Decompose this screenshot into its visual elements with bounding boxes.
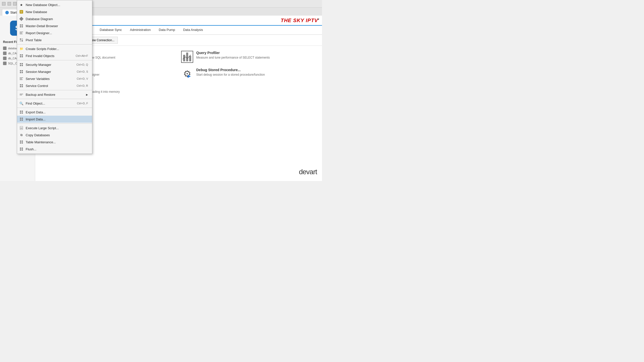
file-icon-0: [3, 47, 7, 50]
session-manager-shortcut: Ctrl+D, S: [72, 70, 88, 73]
database-diagram-icon: [19, 17, 24, 21]
execute-large-script-icon: [19, 126, 24, 130]
menu-item-execute-large-script-label: Execute Large Script...: [26, 126, 88, 130]
menu-item-server-variables-label: Server Variables: [26, 77, 70, 81]
separator-4: [17, 99, 92, 99]
close-button[interactable]: [13, 2, 17, 6]
nav-tab-database-sync[interactable]: Database Sync: [96, 26, 126, 34]
devart-logo: devart: [299, 168, 317, 176]
restore-button[interactable]: [8, 2, 11, 6]
menu-item-new-database[interactable]: D New Database: [17, 8, 92, 15]
menu-item-flush[interactable]: Flush...: [17, 146, 92, 153]
menu-item-table-maintenance[interactable]: Table Maintenance...: [17, 139, 92, 146]
security-manager-icon: [19, 62, 24, 67]
menu-item-execute-large-script[interactable]: Execute Large Script...: [17, 124, 92, 131]
debug-stored-title: Debug Stored Procedure...: [196, 68, 265, 72]
file-icon-3: [3, 62, 7, 65]
query-profiler-title: Query Profiler: [196, 51, 270, 55]
service-control-shortcut: Ctrl+D, R: [71, 84, 88, 87]
menu-item-master-detail-browser[interactable]: Master-Detail Browser: [17, 22, 92, 29]
menu-item-import-data-label: Import Data...: [26, 117, 88, 121]
menu-item-find-invalid-objects-label: Find Invalid Objects: [26, 54, 68, 58]
table-maintenance-icon: [19, 140, 24, 144]
separator-2: [17, 60, 92, 60]
menu-item-table-maintenance-label: Table Maintenance...: [26, 140, 88, 144]
menu-item-copy-databases-label: Copy Databases: [26, 133, 88, 137]
pivot-table-icon: [19, 38, 24, 42]
context-menu: ★ New Database Object... D New Database …: [17, 0, 92, 154]
menu-item-new-database-object[interactable]: ★ New Database Object...: [17, 1, 92, 8]
menu-item-master-detail-label: Master-Detail Browser: [26, 24, 88, 28]
menu-item-report-designer-label: Report Designer...: [26, 31, 88, 35]
menu-item-database-diagram-label: Database Diagram: [26, 17, 88, 21]
import-data-icon: [19, 117, 24, 121]
menu-item-new-database-object-label: New Database Object...: [26, 3, 88, 7]
menu-item-pivot-table-label: Pivot Table: [26, 38, 88, 42]
menu-item-security-manager[interactable]: Security Manager Ctrl+D, Q: [17, 61, 92, 68]
nav-tab-administration[interactable]: Administration: [126, 26, 155, 34]
menu-item-session-manager[interactable]: Session Manager Ctrl+D, S: [17, 68, 92, 75]
query-profiler-item[interactable]: Query Profiler Measure and tune performa…: [181, 51, 317, 63]
server-variables-shortcut: Ctrl+D, V: [72, 77, 88, 80]
menu-item-server-variables[interactable]: Server Variables Ctrl+D, V: [17, 75, 92, 82]
find-invalid-objects-icon: [19, 54, 24, 58]
debug-stored-icon: ⚙ ▶: [181, 68, 193, 80]
server-variables-icon: [19, 76, 24, 81]
master-detail-browser-icon: [19, 24, 24, 28]
menu-item-backup-restore[interactable]: Backup and Restore ▶: [17, 91, 92, 98]
security-manager-shortcut: Ctrl+D, Q: [71, 63, 88, 66]
menu-item-new-database-label: New Database: [26, 10, 88, 14]
session-manager-icon: [19, 69, 24, 74]
nav-tab-data-analysis[interactable]: Data Analysis: [179, 26, 207, 34]
separator-3: [17, 90, 92, 90]
menu-item-service-control[interactable]: Service Control Ctrl+D, R: [17, 82, 92, 89]
menu-item-import-data[interactable]: Import Data...: [17, 116, 92, 123]
separator-5: [17, 108, 92, 108]
separator-1: [17, 44, 92, 44]
backup-restore-icon: [19, 92, 24, 97]
header-dropdown[interactable]: ▼: [316, 17, 320, 21]
menu-item-session-manager-label: Session Manager: [26, 70, 70, 74]
copy-databases-icon: ⧉: [19, 133, 24, 137]
find-object-shortcut: Ctrl+D, F: [72, 102, 88, 105]
menu-item-create-scripts-folder-label: Create Scripts Folder...: [26, 47, 88, 51]
menu-item-create-scripts-folder[interactable]: 📁 Create Scripts Folder...: [17, 45, 92, 52]
nav-tab-data-pump[interactable]: Data Pump: [155, 26, 179, 34]
new-database-object-icon: ★: [19, 3, 24, 7]
tab-icon: [5, 11, 9, 14]
flush-icon: [19, 147, 24, 151]
menu-item-copy-databases[interactable]: ⧉ Copy Databases: [17, 131, 92, 139]
report-designer-icon: [19, 31, 24, 35]
minimize-button[interactable]: [2, 2, 6, 6]
menu-item-report-designer[interactable]: Report Designer...: [17, 29, 92, 36]
menu-item-pivot-table[interactable]: Pivot Table: [17, 36, 92, 43]
export-data-icon: [19, 110, 24, 114]
create-scripts-folder-icon: 📁: [19, 47, 24, 51]
menu-item-export-data-label: Export Data...: [26, 110, 88, 114]
backup-restore-arrow: ▶: [86, 93, 88, 96]
debug-stored-item[interactable]: ⚙ ▶ Debug Stored Procedure... Start debu…: [181, 68, 317, 80]
menu-item-find-object-label: Find Object...: [26, 102, 70, 105]
file-icon-2: [3, 57, 7, 60]
query-profiler-icon: [181, 51, 193, 63]
debug-stored-desc: Start debug session for a stored procedu…: [196, 73, 265, 76]
separator-6: [17, 123, 92, 124]
file-icon-1: [3, 52, 7, 55]
menu-item-find-invalid-objects[interactable]: Find Invalid Objects Ctrl+Alt+F: [17, 52, 92, 59]
menu-item-export-data[interactable]: Export Data...: [17, 109, 92, 116]
menu-item-security-manager-label: Security Manager: [26, 63, 69, 67]
new-database-icon: D: [19, 10, 24, 14]
menu-item-database-diagram[interactable]: Database Diagram: [17, 15, 92, 22]
find-object-icon: 🔍: [19, 101, 24, 106]
find-invalid-shortcut: Ctrl+Alt+F: [70, 54, 88, 57]
menu-item-backup-restore-label: Backup and Restore: [26, 93, 84, 97]
brand-text: THE SKY IPTV: [281, 18, 318, 23]
menu-item-find-object[interactable]: 🔍 Find Object... Ctrl+D, F: [17, 100, 92, 107]
service-control-icon: [19, 83, 24, 88]
menu-item-flush-label: Flush...: [26, 147, 88, 151]
query-profiler-desc: Measure and tune performance of SELECT s…: [196, 56, 270, 59]
menu-item-service-control-label: Service Control: [26, 84, 69, 88]
